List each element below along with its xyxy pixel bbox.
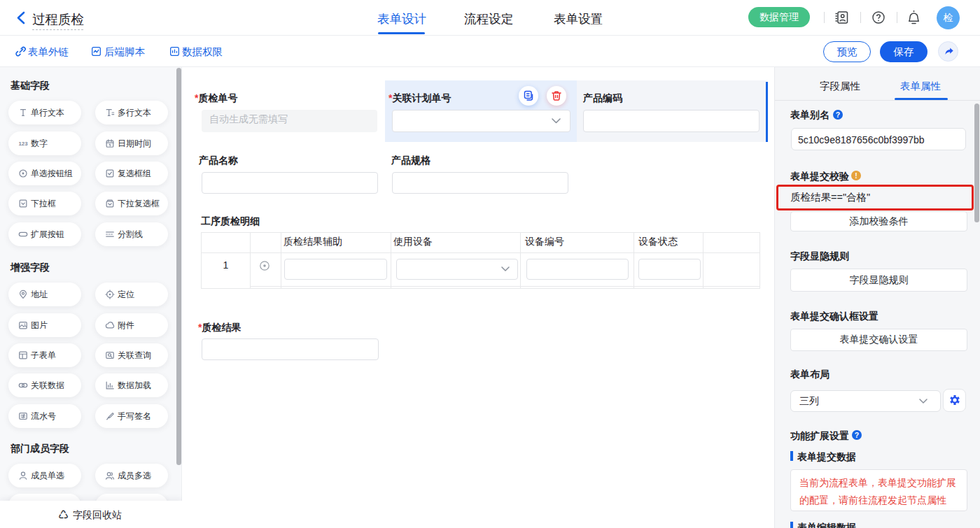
svg-text:123: 123 (18, 141, 28, 147)
